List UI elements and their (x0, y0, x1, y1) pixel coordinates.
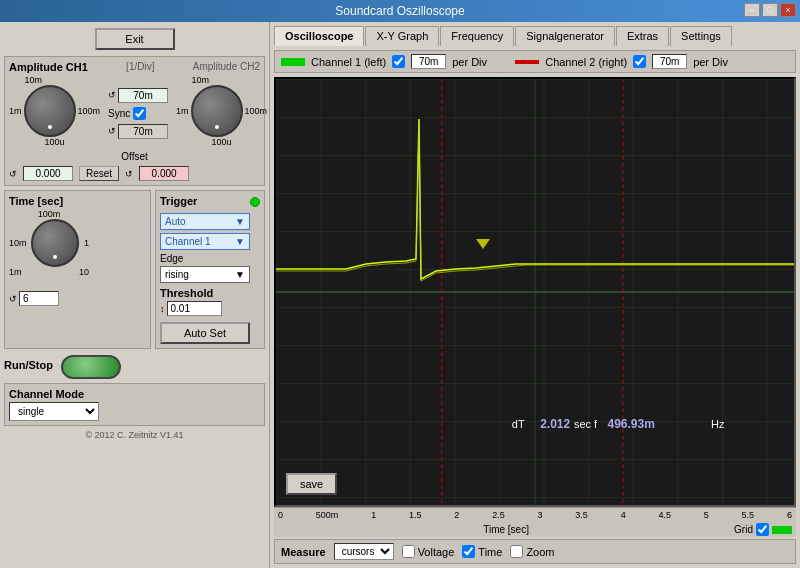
tab-frequency[interactable]: Frequency (440, 26, 514, 46)
trigger-mode-label: Auto (165, 216, 186, 227)
ch1-value-display[interactable]: 70m (118, 88, 168, 103)
ch2-per-div-label: per Div (693, 56, 728, 68)
time-scale-10: 10 (79, 267, 89, 277)
time-tick-2: 2 (454, 510, 459, 520)
trigger-section: Trigger Auto ▼ Channel 1 ▼ Edge rising ▼… (155, 190, 265, 349)
time-axis-label: Time [sec] (278, 524, 734, 535)
time-knob[interactable] (31, 219, 79, 267)
measure-mode-dropdown[interactable]: cursors voltage time (334, 543, 394, 560)
zoom-checkbox[interactable] (510, 545, 523, 558)
svg-text:Hz: Hz (711, 418, 725, 430)
ch1-offset-display[interactable]: 0.000 (23, 166, 73, 181)
time-tick-5: 5 (704, 510, 709, 520)
ch2-scale-left: 1m (176, 106, 189, 116)
time-section: Time [sec] 100m 10m 1 (4, 190, 151, 349)
measure-select[interactable]: cursors voltage time (334, 543, 394, 560)
run-stop-button[interactable] (61, 355, 121, 379)
ch2-checkbox[interactable] (633, 55, 646, 68)
time-tick-1: 1 (371, 510, 376, 520)
ch2-value-display[interactable]: 70m (118, 124, 168, 139)
tab-extras[interactable]: Extras (616, 26, 669, 46)
save-button[interactable]: save (286, 473, 337, 495)
measure-label: Measure (281, 546, 326, 558)
zoom-label: Zoom (526, 546, 554, 558)
tab-oscilloscope[interactable]: Oscilloscope (274, 26, 364, 46)
voltage-checkbox[interactable] (402, 545, 415, 558)
time-scale-10m: 10m (9, 238, 27, 248)
svg-text:496.93m: 496.93m (608, 417, 655, 431)
left-panel: Exit Amplitude CH1 [1/Div] Amplitude CH2… (0, 22, 270, 568)
ch2-knob-arrow2: ↺ (108, 126, 116, 136)
channel-bar: Channel 1 (left) per Div Channel 2 (righ… (274, 50, 796, 73)
channel-mode-label: Channel Mode (9, 388, 260, 400)
channel-mode-select[interactable]: single dual (9, 402, 99, 421)
ch1-scale-bottom: 100u (45, 137, 65, 147)
channel-mode-section: Channel Mode single dual (4, 383, 265, 426)
trigger-mode-dropdown[interactable]: Auto ▼ (160, 213, 250, 230)
time-checkbox[interactable] (462, 545, 475, 558)
offset-row: ↺ 0.000 Reset ↺ 0.000 (9, 166, 260, 181)
ch1-amplitude-knob[interactable] (24, 85, 76, 137)
time-tick-500m: 500m (316, 510, 339, 520)
threshold-label: Threshold (160, 287, 260, 299)
edge-label: Edge (160, 253, 260, 264)
window-controls[interactable]: − □ × (744, 3, 796, 17)
time-tick-15: 1.5 (409, 510, 422, 520)
ch1-amplitude-knob-area: 10m 1m 100m 100u (9, 75, 100, 147)
auto-set-button[interactable]: Auto Set (160, 322, 250, 344)
ch2-amplitude-knob[interactable] (191, 85, 243, 137)
close-button[interactable]: × (780, 3, 796, 17)
ch2-scale-top: 10m (192, 75, 210, 85)
title-bar: Soundcard Oszilloscope − □ × (0, 0, 800, 22)
run-stop-label: Run/Stop (4, 359, 53, 371)
run-stop-row: Run/Stop (4, 353, 265, 379)
exit-button[interactable]: Exit (95, 28, 175, 50)
trigger-edge-dropdown[interactable]: rising ▼ (160, 266, 250, 283)
ch1-knob-arrow: ↺ (108, 90, 116, 100)
ch2-offset-display[interactable]: 0.000 (139, 166, 189, 181)
trigger-led (250, 197, 260, 207)
ch2-scale-right: 100m (245, 106, 268, 116)
time-axis: 0 500m 1 1.5 2 2.5 3 3.5 4 4.5 5 5.5 6 (274, 507, 796, 522)
maximize-button[interactable]: □ (762, 3, 778, 17)
time-label: Time [sec] (9, 195, 146, 207)
trigger-channel-arrow: ▼ (235, 236, 245, 247)
time-value-display[interactable]: 6 (20, 292, 32, 305)
grid-label: Grid (734, 524, 753, 535)
time-tick-45: 4.5 (658, 510, 671, 520)
trigger-channel-dropdown[interactable]: Channel 1 ▼ (160, 233, 250, 250)
time-tick-6: 6 (787, 510, 792, 520)
threshold-input-row: ↕ (160, 301, 260, 316)
offset-label: Offset (9, 151, 260, 162)
right-panel: Oscilloscope X-Y Graph Frequency Signalg… (270, 22, 800, 568)
ch1-per-div-label: per Div (452, 56, 487, 68)
grid-checkbox[interactable] (756, 523, 769, 536)
trigger-channel-label: Channel 1 (165, 236, 211, 247)
ch2-amplitude-label: Amplitude CH2 (193, 61, 260, 73)
ch1-checkbox[interactable] (392, 55, 405, 68)
time-tick-3: 3 (537, 510, 542, 520)
time-axis-label-row: Time [sec] Grid (274, 522, 796, 537)
svg-text:2.012: 2.012 (540, 417, 570, 431)
tab-xy-graph[interactable]: X-Y Graph (365, 26, 439, 46)
sync-label: Sync (108, 108, 130, 119)
time-check-item: Time (462, 545, 502, 558)
tab-signalgenerator[interactable]: Signalgenerator (515, 26, 615, 46)
measure-bar: Measure cursors voltage time Voltage Tim… (274, 539, 796, 564)
time-tick-0: 0 (278, 510, 283, 520)
threshold-input[interactable] (167, 301, 222, 316)
sync-checkbox[interactable] (133, 107, 146, 120)
ch2-per-div-value[interactable] (652, 54, 687, 69)
ch1-per-div-value[interactable] (411, 54, 446, 69)
reset-button[interactable]: Reset (79, 166, 119, 181)
time-tick-55: 5.5 (742, 510, 755, 520)
voltage-label: Voltage (418, 546, 455, 558)
ch1-scale-right: 100m (78, 106, 101, 116)
ch1-amplitude-label: Amplitude CH1 (9, 61, 88, 73)
tab-settings[interactable]: Settings (670, 26, 732, 46)
unit-label: [1/Div] (126, 61, 154, 73)
minimize-button[interactable]: − (744, 3, 760, 17)
trigger-mode-arrow: ▼ (235, 216, 245, 227)
threshold-arrow: ↕ (160, 304, 165, 314)
time-scale-1: 1 (84, 238, 89, 248)
